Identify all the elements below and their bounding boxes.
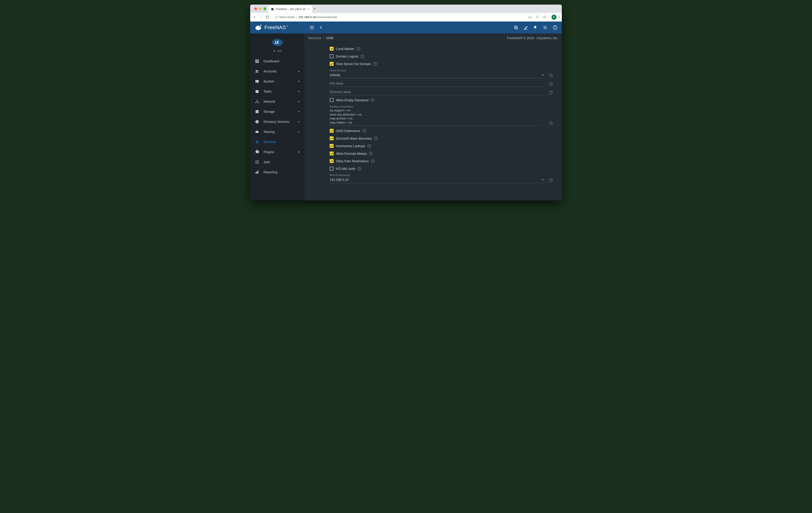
svg-rect-29 bbox=[256, 80, 259, 82]
breadcrumb-root[interactable]: Services bbox=[308, 36, 321, 40]
svg-rect-40 bbox=[256, 112, 258, 113]
forward-button[interactable] bbox=[259, 15, 263, 19]
close-tab-icon[interactable]: × bbox=[308, 7, 309, 11]
ntlmv1-checkbox[interactable] bbox=[330, 167, 334, 171]
obey-pam-checkbox[interactable] bbox=[330, 159, 334, 163]
sidebar-item-system[interactable]: System▼ bbox=[250, 76, 304, 86]
allow-empty-password-checkbox[interactable] bbox=[330, 98, 334, 102]
zoom-icon[interactable] bbox=[536, 16, 539, 19]
nav-list: DashboardAccounts▼System▼Tasks▼Network▼S… bbox=[250, 56, 304, 177]
svg-rect-60 bbox=[258, 171, 258, 173]
password-key-icon[interactable] bbox=[528, 16, 532, 19]
sidebar-item-services[interactable]: Services bbox=[250, 137, 304, 147]
bookmark-star-icon[interactable] bbox=[543, 16, 546, 19]
sidebar-item-jails[interactable]: Jails bbox=[250, 157, 304, 167]
aux-params-textarea[interactable]: ea support = nostore dos attributes = no… bbox=[330, 108, 540, 125]
header-back-icon[interactable] bbox=[319, 25, 323, 30]
domain-logons-checkbox[interactable] bbox=[330, 54, 334, 58]
zeroconf-checkbox[interactable] bbox=[330, 136, 334, 140]
help-icon[interactable]: ? bbox=[371, 159, 375, 163]
guest-account-field: Guest Account nobody ▼ bbox=[330, 67, 545, 79]
main-content: Services / SMB FreeNAS® © 2018 - iXsyste… bbox=[304, 33, 562, 200]
file-mask-input[interactable]: File Mask bbox=[330, 81, 545, 87]
close-window-icon[interactable] bbox=[254, 7, 257, 10]
notifications-icon[interactable] bbox=[533, 25, 538, 30]
unix-extensions-checkbox[interactable] bbox=[330, 129, 334, 133]
window-controls[interactable] bbox=[253, 7, 268, 10]
sidebar-item-directory-services[interactable]: Directory Services▼ bbox=[250, 117, 304, 127]
svg-point-56 bbox=[257, 163, 257, 164]
chevron-down-icon: ▼ bbox=[542, 178, 544, 181]
help-icon[interactable]: ? bbox=[549, 121, 553, 125]
obey-pam-row: Obey Pam Restrictions ? bbox=[330, 157, 553, 165]
sidebar-item-tasks[interactable]: Tasks▼ bbox=[250, 86, 304, 96]
svg-rect-23 bbox=[256, 60, 257, 61]
chevron-down-icon: ▼ bbox=[298, 101, 300, 103]
svg-point-0 bbox=[271, 8, 274, 10]
time-server-checkbox[interactable] bbox=[330, 62, 334, 66]
help-icon[interactable]: ? bbox=[373, 62, 377, 66]
brand-text: FreeNAS™ bbox=[264, 25, 288, 30]
sidebar-item-plugins[interactable]: Plugins▼ bbox=[250, 147, 304, 157]
sidebar-item-reporting[interactable]: Reporting bbox=[250, 167, 304, 177]
accounts-icon bbox=[255, 69, 259, 73]
maximize-window-icon[interactable] bbox=[263, 7, 266, 10]
settings-gear-icon[interactable] bbox=[543, 25, 548, 30]
sidebar-item-sharing[interactable]: Sharing▼ bbox=[250, 127, 304, 137]
sidebar-item-storage[interactable]: Storage▼ bbox=[250, 107, 304, 117]
browser-window: FreeNAS - 192.168.0.10 × + Nicht sicher … bbox=[250, 5, 562, 200]
help-icon[interactable]: ? bbox=[369, 152, 373, 155]
reload-button[interactable] bbox=[265, 15, 269, 19]
local-master-checkbox[interactable] bbox=[330, 47, 334, 51]
directory-mask-input[interactable]: Directory Mask bbox=[330, 89, 545, 95]
resize-handle-icon[interactable]: ⋰ bbox=[542, 123, 544, 126]
chevron-down-icon: ▼ bbox=[298, 151, 300, 153]
svg-rect-26 bbox=[256, 62, 257, 63]
help-icon[interactable]: ? bbox=[368, 144, 371, 148]
url-field[interactable]: Nicht sicher | 192.168.0.10/ui/services/… bbox=[272, 14, 549, 20]
svg-text:iX: iX bbox=[275, 40, 280, 45]
minimize-window-icon[interactable] bbox=[259, 7, 262, 10]
browser-menu-button[interactable] bbox=[559, 16, 559, 19]
svg-rect-38 bbox=[256, 110, 258, 111]
freenas-logo-icon bbox=[254, 24, 262, 31]
tab-title: FreeNAS - 192.168.0.10 bbox=[276, 7, 306, 11]
copy-icon[interactable] bbox=[514, 25, 518, 30]
svg-point-49 bbox=[256, 161, 256, 161]
browser-tab[interactable]: FreeNAS - 192.168.0.10 × bbox=[268, 5, 312, 13]
network-icon bbox=[255, 99, 259, 104]
copyright-text: FreeNAS® © 2018 - iXsystems, Inc. bbox=[507, 36, 558, 40]
svg-point-17 bbox=[544, 27, 546, 28]
help-icon[interactable]: ? bbox=[362, 129, 366, 133]
unix-extensions-row: UNIX Extensions ? bbox=[330, 127, 553, 135]
sidebar-item-dashboard[interactable]: Dashboard bbox=[250, 56, 304, 66]
help-icon[interactable]: ? bbox=[358, 167, 361, 171]
svg-point-27 bbox=[256, 70, 257, 71]
help-icon[interactable]: ? bbox=[360, 55, 364, 58]
help-icon[interactable]: ? bbox=[374, 137, 378, 140]
power-icon[interactable] bbox=[553, 25, 558, 30]
allow-exec-checkbox[interactable] bbox=[330, 151, 334, 155]
help-icon[interactable]: ? bbox=[371, 98, 374, 102]
guest-account-select[interactable]: nobody ▼ bbox=[330, 72, 545, 78]
help-icon[interactable]: ? bbox=[549, 82, 553, 86]
sidebar: iX root DashboardAccounts▼System▼Tasks▼N… bbox=[250, 33, 304, 200]
svg-point-53 bbox=[257, 162, 257, 162]
system-icon bbox=[255, 79, 259, 83]
sidebar-item-accounts[interactable]: Accounts▼ bbox=[250, 66, 304, 76]
hostnames-checkbox[interactable] bbox=[330, 144, 334, 148]
new-tab-button[interactable]: + bbox=[313, 6, 316, 11]
help-icon[interactable]: ? bbox=[356, 47, 360, 51]
sidebar-item-network[interactable]: Network▼ bbox=[250, 96, 304, 107]
help-icon[interactable]: ? bbox=[549, 178, 553, 182]
bind-ip-select[interactable]: 192.168.0.10 ▼ bbox=[330, 177, 545, 183]
help-icon[interactable]: ? bbox=[549, 74, 553, 78]
back-button[interactable] bbox=[253, 15, 257, 19]
plugins-icon bbox=[255, 150, 259, 154]
theme-icon[interactable] bbox=[523, 25, 528, 30]
profile-avatar[interactable]: F bbox=[551, 15, 556, 20]
jails-icon bbox=[255, 160, 259, 164]
help-icon[interactable]: ? bbox=[549, 91, 553, 94]
sharing-icon bbox=[255, 130, 259, 134]
menu-toggle-icon[interactable] bbox=[309, 25, 314, 30]
